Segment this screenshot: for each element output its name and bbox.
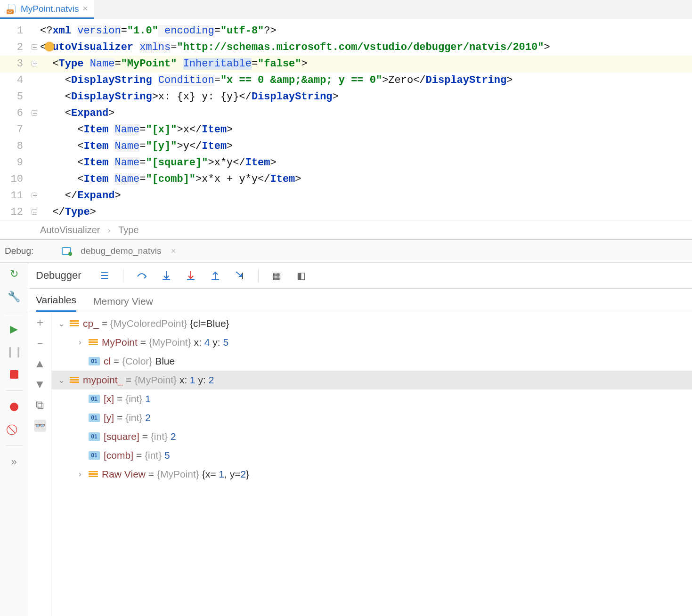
- variable-row[interactable]: 01[x] = {int} 1: [52, 389, 692, 408]
- fold-icon[interactable]: [32, 44, 37, 50]
- move-up-button[interactable]: ▲: [34, 357, 46, 370]
- separator: [6, 390, 23, 391]
- separator: [6, 313, 23, 313]
- line-number: 11: [0, 187, 40, 204]
- breadcrumb-separator: [106, 225, 113, 235]
- code-editor[interactable]: 123456789101112 <?xml version="1.0" enco…: [0, 19, 692, 220]
- variable-text: [comb] = {int} 5: [104, 450, 170, 461]
- step-over-button[interactable]: [136, 269, 148, 282]
- breadcrumb: AutoVisualizer Type: [0, 220, 692, 239]
- close-session-icon[interactable]: ×: [171, 246, 176, 256]
- chevron-down-icon[interactable]: ⌄: [57, 319, 66, 328]
- variable-row[interactable]: ⌄cp_ = {MyColoredPoint} {cl=Blue}: [52, 314, 692, 333]
- variable-row[interactable]: 01[y] = {int} 2: [52, 408, 692, 427]
- variables-tree[interactable]: ⌄cp_ = {MyColoredPoint} {cl=Blue}›MyPoin…: [52, 312, 692, 616]
- variable-text: [x] = {int} 1: [104, 393, 151, 405]
- line-number: 6: [0, 105, 40, 122]
- layout-settings-button[interactable]: ◧: [295, 269, 308, 282]
- line-number: 1: [0, 23, 40, 39]
- debug-body: ↻ 🔧 ▶ ❙❙ ⃠ » Debugger ☰ ▦ ◧ Variables Me…: [0, 263, 692, 616]
- primitive-icon: 01: [89, 357, 100, 365]
- code-line[interactable]: </Type>: [40, 204, 692, 220]
- line-number: 12: [0, 204, 40, 220]
- force-step-into-button[interactable]: [185, 269, 197, 282]
- code-line[interactable]: <DisplayString>x: {x} y: {y}</DisplayStr…: [40, 89, 692, 105]
- debugger-toolbar: Debugger ☰ ▦ ◧: [28, 263, 692, 289]
- code-line[interactable]: <Expand>: [40, 105, 692, 122]
- debug-main: Debugger ☰ ▦ ◧ Variables Memory View ＋ －…: [28, 263, 692, 616]
- chevron-down-icon[interactable]: ⌄: [57, 376, 66, 385]
- new-watch-button[interactable]: ＋: [34, 316, 46, 328]
- variables-panel: ＋ － ▲ ▼ ⧉ 👓 ⌄cp_ = {MyColoredPoint} {cl=…: [28, 312, 692, 616]
- code-line[interactable]: <Item Name="[y]">y</Item>: [40, 138, 692, 154]
- close-tab-icon[interactable]: ×: [83, 4, 88, 14]
- fold-icon[interactable]: [32, 209, 37, 215]
- rerun-button[interactable]: ↻: [8, 267, 21, 281]
- line-number: 3: [0, 56, 40, 72]
- intention-bulb-icon[interactable]: [45, 42, 54, 51]
- line-number: 4: [0, 72, 40, 89]
- evaluate-expression-button[interactable]: ▦: [271, 269, 283, 282]
- debug-side-toolbar: ↻ 🔧 ▶ ❙❙ ⃠ »: [0, 263, 28, 616]
- line-number: 8: [0, 138, 40, 154]
- show-frames-button[interactable]: ☰: [98, 269, 111, 282]
- xml-file-icon: [7, 4, 17, 14]
- variable-row[interactable]: 01cl = {Color} Blue: [52, 352, 692, 371]
- pause-button[interactable]: ❙❙: [8, 345, 21, 358]
- tab-memory-view[interactable]: Memory View: [93, 296, 153, 312]
- run-to-cursor-button[interactable]: [234, 269, 246, 282]
- code-line[interactable]: <AutoVisualizer xmlns="http://schemas.mi…: [40, 39, 692, 56]
- code-line[interactable]: <?xml version="1.0" encoding="utf-8"?>: [40, 23, 692, 39]
- variable-text: cl = {Color} Blue: [104, 356, 175, 367]
- variable-row[interactable]: 01[square] = {int} 2: [52, 427, 692, 446]
- stop-button[interactable]: [8, 368, 21, 381]
- fold-icon[interactable]: [32, 110, 37, 116]
- breadcrumb-item[interactable]: Type: [118, 225, 138, 235]
- editor-content[interactable]: <?xml version="1.0" encoding="utf-8"?><A…: [40, 19, 692, 220]
- variable-row[interactable]: 01[comb] = {int} 5: [52, 446, 692, 465]
- code-line[interactable]: <Item Name="[x]">x</Item>: [40, 122, 692, 138]
- fold-icon[interactable]: [32, 61, 37, 66]
- variable-text: mypoint_ = {MyPoint} x: 1 y: 2: [83, 374, 214, 386]
- settings-button[interactable]: 🔧: [8, 290, 21, 303]
- fold-icon[interactable]: [32, 193, 37, 198]
- separator: [6, 446, 23, 446]
- mute-breakpoints-button[interactable]: ⃠: [8, 423, 21, 436]
- chevron-right-icon[interactable]: ›: [75, 338, 85, 347]
- tab-variables[interactable]: Variables: [36, 294, 76, 312]
- code-line[interactable]: <Item Name="[square]">x*y</Item>: [40, 154, 692, 171]
- object-icon: [89, 339, 98, 346]
- more-button[interactable]: »: [8, 455, 21, 469]
- debug-header: Debug: debug_demo_natvis ×: [0, 239, 692, 263]
- duplicate-watch-button[interactable]: ⧉: [34, 399, 46, 411]
- variable-text: MyPoint = {MyPoint} x: 4 y: 5: [102, 337, 228, 348]
- move-down-button[interactable]: ▼: [34, 378, 46, 390]
- resume-button[interactable]: ▶: [8, 323, 21, 336]
- breadcrumb-item[interactable]: AutoVisualizer: [40, 225, 100, 235]
- view-breakpoints-button[interactable]: [8, 400, 21, 413]
- object-icon: [89, 471, 98, 478]
- code-line[interactable]: </Expand>: [40, 187, 692, 204]
- object-icon: [70, 377, 79, 383]
- line-number: 5: [0, 89, 40, 105]
- variables-gutter: ＋ － ▲ ▼ ⧉ 👓: [28, 312, 52, 616]
- editor-tab[interactable]: MyPoint.natvis ×: [0, 0, 94, 19]
- run-config-icon: [62, 247, 71, 255]
- tab-filename: MyPoint.natvis: [21, 4, 79, 14]
- code-line[interactable]: <Item Name="[comb]">x*x + y*y</Item>: [40, 171, 692, 187]
- code-line[interactable]: <Type Name="MyPoint" Inheritable="false"…: [40, 56, 692, 72]
- variable-row[interactable]: ›Raw View = {MyPoint} {x= 1, y=2}: [52, 465, 692, 484]
- remove-watch-button[interactable]: －: [34, 337, 46, 349]
- chevron-right-icon[interactable]: ›: [75, 470, 85, 478]
- code-line[interactable]: <DisplayString Condition="x == 0 &amp;&a…: [40, 72, 692, 89]
- object-icon: [70, 320, 79, 327]
- primitive-icon: 01: [89, 451, 100, 460]
- show-watches-button[interactable]: 👓: [34, 420, 46, 432]
- primitive-icon: 01: [89, 432, 100, 441]
- step-into-button[interactable]: [160, 269, 172, 282]
- debug-config-name[interactable]: debug_demo_natvis: [81, 246, 161, 256]
- variable-row[interactable]: ⌄mypoint_ = {MyPoint} x: 1 y: 2: [52, 371, 692, 389]
- toolbar-label: Debugger: [36, 269, 81, 282]
- step-out-button[interactable]: [209, 269, 221, 282]
- variable-row[interactable]: ›MyPoint = {MyPoint} x: 4 y: 5: [52, 333, 692, 352]
